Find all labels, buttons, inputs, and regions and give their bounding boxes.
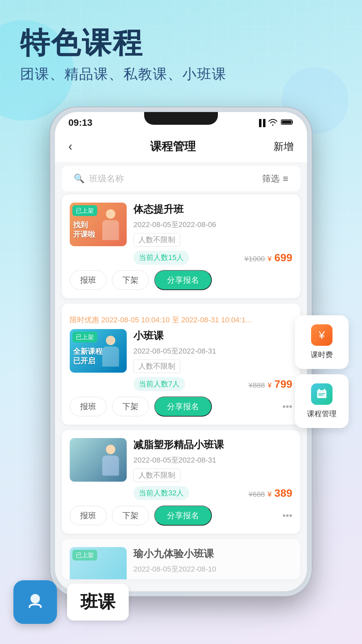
course-card-2: 限时优惠 2022-08-05 10:04:10 至 2022-08-31 10… xyxy=(62,304,300,425)
float-card-lesson-fee[interactable]: ¥ 课时费 xyxy=(295,315,349,369)
capacity-row-2: 人数不限制 xyxy=(133,360,292,373)
delist-btn-3[interactable]: 下架 xyxy=(112,506,149,525)
capacity-badge-3: 人数不限制 xyxy=(133,469,180,482)
app-label: 班课 xyxy=(67,584,129,621)
filter-label: 筛选 xyxy=(262,173,280,184)
filter-button[interactable]: 筛选 ≡ xyxy=(262,173,288,184)
float-card-course-mgmt[interactable]: 课程管理 xyxy=(295,374,349,428)
svg-rect-3 xyxy=(318,389,320,391)
battery-icon xyxy=(281,119,294,127)
course-name-4: 瑜小九体验小班课 xyxy=(133,547,292,561)
course-badge-4: 已上架 xyxy=(72,550,97,560)
course-mgmt-icon xyxy=(311,383,333,405)
new-price-1: 699 xyxy=(275,252,292,264)
course-card-3-top: 减脂塑形精品小班课 2022-08-05至2022-08-31 人数不限制 当前… xyxy=(70,438,292,500)
person-figure-3 xyxy=(97,445,124,482)
course-card-2-top: 已上架 全新课程已开启 小班课 2022-08-05至2022-08-31 xyxy=(70,329,292,391)
delist-btn-2[interactable]: 下架 xyxy=(112,397,149,416)
course-thumb-4: 已上架 xyxy=(70,547,127,579)
price-area-1: ¥1000 ¥ 699 xyxy=(244,252,292,264)
courses-list: 已上架 找到开课啦 体态提升班 2022-08-05至2022-08-06 xyxy=(55,195,307,591)
svg-rect-1 xyxy=(282,120,291,124)
currency-1: ¥ xyxy=(267,255,272,263)
status-bar: 09:13 ▐▐ xyxy=(55,112,307,131)
course-thumb-1: 已上架 找到开课啦 xyxy=(70,203,127,246)
action-row-2: 报班 下架 分享报名 ••• xyxy=(70,396,292,417)
old-price-2: ¥888 xyxy=(248,381,265,390)
status-icons: ▐▐ xyxy=(257,118,294,127)
course-card-4-top: 已上架 瑜小九体验小班课 2022-08-05至2022-08-10 xyxy=(70,547,292,579)
capacity-badge-1: 人数不限制 xyxy=(133,233,180,247)
old-price-3: ¥688 xyxy=(248,490,265,499)
new-price-2: 799 xyxy=(275,378,292,390)
search-icon: 🔍 xyxy=(74,173,84,184)
price-area-3: ¥688 ¥ 389 xyxy=(248,487,292,499)
phone-notch xyxy=(144,112,218,125)
course-name-2: 小班课 xyxy=(133,329,292,343)
course-meta-3: 当前人数32人 ¥688 ¥ 389 xyxy=(133,486,292,500)
course-date-1: 2022-08-05至2022-08-06 xyxy=(133,220,292,230)
page-title: 课程管理 xyxy=(150,139,196,154)
course-info-1: 体态提升班 2022-08-05至2022-08-06 人数不限制 当前人数15… xyxy=(133,203,292,265)
phone-screen: 09:13 ▐▐ xyxy=(55,112,307,591)
search-input-area[interactable]: 🔍 班级名称 xyxy=(74,173,124,184)
course-name-3: 减脂塑形精品小班课 xyxy=(133,438,292,452)
share-btn-3[interactable]: 分享报名 xyxy=(154,505,212,526)
people-badge-2: 当前人数7人 xyxy=(133,377,185,391)
share-btn-1[interactable]: 分享报名 xyxy=(154,270,212,290)
course-info-2: 小班课 2022-08-05至2022-08-31 人数不限制 当前人数7人 ¥… xyxy=(133,329,292,391)
course-thumb-2: 已上架 全新课程已开启 xyxy=(70,329,127,373)
main-title: 特色课程 xyxy=(20,27,227,59)
signal-icon: ▐▐ xyxy=(257,119,265,127)
course-badge-1: 已上架 xyxy=(72,205,97,216)
people-badge-1: 当前人数15人 xyxy=(133,251,189,265)
course-card-4: 已上架 瑜小九体验小班课 2022-08-05至2022-08-10 xyxy=(62,539,300,579)
search-placeholder: 班级名称 xyxy=(89,173,124,184)
more-btn-2[interactable]: ••• xyxy=(283,401,292,412)
course-thumb-label-1: 找到开课啦 xyxy=(73,220,95,239)
promo-text-2: 限时优惠 2022-08-05 10:04:10 至 2022-08-31 10… xyxy=(70,312,292,327)
wifi-icon xyxy=(268,118,278,127)
nav-bar: ‹ 课程管理 新增 xyxy=(55,131,307,163)
course-meta-2: 当前人数7人 ¥888 ¥ 799 xyxy=(133,377,292,391)
action-row-1: 报班 下架 分享报名 xyxy=(70,270,292,290)
course-meta-1: 当前人数15人 ¥1000 ¥ 699 xyxy=(133,251,292,265)
course-card-3: 减脂塑形精品小班课 2022-08-05至2022-08-31 人数不限制 当前… xyxy=(62,430,300,534)
capacity-row-1: 人数不限制 xyxy=(133,233,292,247)
share-btn-2[interactable]: 分享报名 xyxy=(154,396,212,417)
course-card-1: 已上架 找到开课啦 体态提升班 2022-08-05至2022-08-06 xyxy=(62,195,300,298)
floating-icons: ¥ 课时费 课程管理 xyxy=(295,315,349,428)
phone-mockup: 09:13 ▐▐ xyxy=(50,107,312,596)
svg-rect-4 xyxy=(324,389,325,391)
svg-rect-6 xyxy=(318,395,323,395)
svg-point-7 xyxy=(31,594,40,603)
old-price-1: ¥1000 xyxy=(244,255,265,263)
back-button[interactable]: ‹ xyxy=(68,140,72,154)
course-card-1-top: 已上架 找到开课啦 体态提升班 2022-08-05至2022-08-06 xyxy=(70,203,292,265)
person-figure-1 xyxy=(97,209,124,246)
course-date-3: 2022-08-05至2022-08-31 xyxy=(133,455,292,465)
app-icon[interactable] xyxy=(13,580,57,624)
status-time: 09:13 xyxy=(68,117,93,128)
lesson-fee-label: 课时费 xyxy=(311,350,333,360)
filter-icon: ≡ xyxy=(283,173,288,184)
course-thumb-3 xyxy=(70,438,127,482)
delist-btn-1[interactable]: 下架 xyxy=(112,270,149,290)
enroll-btn-2[interactable]: 报班 xyxy=(70,397,107,416)
enroll-btn-3[interactable]: 报班 xyxy=(70,506,107,525)
course-name-1: 体态提升班 xyxy=(133,203,292,216)
svg-rect-5 xyxy=(318,393,325,394)
more-btn-3[interactable]: ••• xyxy=(283,510,292,521)
course-date-4: 2022-08-05至2022-08-10 xyxy=(133,564,292,574)
course-date-2: 2022-08-05至2022-08-31 xyxy=(133,346,292,356)
enroll-btn-1[interactable]: 报班 xyxy=(70,270,107,290)
new-price-3: 389 xyxy=(275,487,292,499)
people-badge-3: 当前人数32人 xyxy=(133,486,189,500)
price-area-2: ¥888 ¥ 799 xyxy=(248,378,292,390)
add-button[interactable]: 新增 xyxy=(274,140,294,154)
main-subtitle: 团课、精品课、私教课、小班课 xyxy=(20,65,227,84)
capacity-row-3: 人数不限制 xyxy=(133,469,292,482)
lesson-fee-icon: ¥ xyxy=(311,324,333,346)
header-section: 特色课程 团课、精品课、私教课、小班课 xyxy=(20,27,227,84)
capacity-badge-2: 人数不限制 xyxy=(133,360,180,373)
